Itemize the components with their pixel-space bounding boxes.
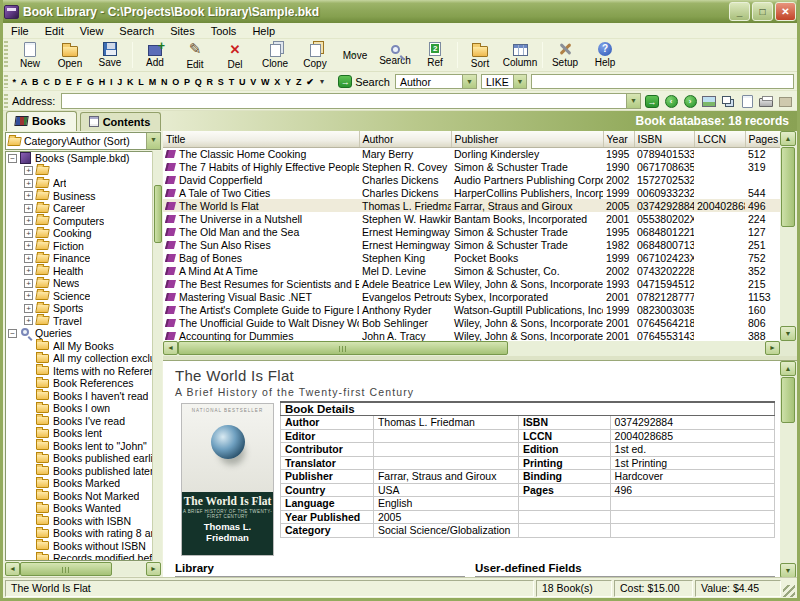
menu-help[interactable]: Help <box>244 25 283 37</box>
menu-view[interactable]: View <box>72 25 112 37</box>
tree-item-books-without-isbn[interactable]: Books without ISBN <box>6 540 160 553</box>
tree-vertical-scrollbar[interactable] <box>152 151 162 561</box>
chevron-down-icon[interactable]: ▼ <box>462 75 476 88</box>
alphabet-letter-v[interactable]: V <box>248 77 259 87</box>
image-view-button[interactable] <box>701 94 717 109</box>
alphabet-letter-x[interactable]: X <box>272 77 283 87</box>
scroll-down-button[interactable]: ▼ <box>780 563 796 577</box>
tree-item-books-i-own[interactable]: Books I own <box>6 402 160 415</box>
tree-item-books-i-haven-t-read[interactable]: Books I haven't read <box>6 390 160 403</box>
alphabet-letter-e[interactable]: E <box>63 77 74 87</box>
scrollbar-track[interactable] <box>178 341 765 356</box>
tree-item-health[interactable]: +Health <box>6 265 160 278</box>
sort-combo[interactable]: Category\Author (Sort) ▼ <box>5 132 161 150</box>
alphabet-letter-k[interactable]: K <box>125 77 136 87</box>
tree-item-books-i-ve-read[interactable]: Books I've read <box>6 415 160 428</box>
scrollbar-track[interactable] <box>20 562 146 576</box>
collapse-expander-icon[interactable]: − <box>8 154 17 163</box>
tree-item-books-wanted[interactable]: Books Wanted <box>6 502 160 515</box>
tree-item-books-marked[interactable]: Books Marked <box>6 477 160 490</box>
report-button[interactable] <box>739 94 755 109</box>
expand-expander-icon[interactable]: + <box>24 229 33 238</box>
expand-expander-icon[interactable]: + <box>24 191 33 200</box>
back-button[interactable]: ‹ <box>663 94 679 109</box>
toolbar-grip[interactable] <box>4 41 8 69</box>
search-field-select[interactable]: Author ▼ <box>395 74 477 89</box>
table-row[interactable]: Mastering Visual Basic .NETEvangelos Pet… <box>163 290 780 303</box>
column-header-year[interactable]: Year <box>603 131 634 147</box>
alphabet-more-button[interactable]: ▾ <box>316 77 328 86</box>
tree-item-science[interactable]: +Science <box>6 290 160 303</box>
search-button[interactable]: Search <box>375 39 415 71</box>
menu-search[interactable]: Search <box>111 25 162 37</box>
tree-item-career[interactable]: +Career <box>6 202 160 215</box>
table-horizontal-scrollbar[interactable]: ◄ ► <box>163 341 780 356</box>
table-row[interactable]: Bag of BonesStephen KingPocket Books1999… <box>163 251 780 264</box>
tree-item-fiction[interactable]: +Fiction <box>6 240 160 253</box>
scroll-left-button[interactable]: ◄ <box>5 562 20 576</box>
table-row[interactable]: The Universe in a NutshellStephen W. Haw… <box>163 212 780 225</box>
tree-item-business[interactable]: +Business <box>6 190 160 203</box>
scroll-right-button[interactable]: ► <box>146 562 161 576</box>
column-button[interactable]: Column <box>500 39 540 71</box>
scrollbar-thumb[interactable] <box>781 377 795 423</box>
scroll-down-button[interactable]: ▼ <box>780 326 796 341</box>
table-row[interactable]: The Classic Home CookingMary BerryDorlin… <box>163 147 780 160</box>
tree-item-books-sample-bkd[interactable]: −Books (Sample.bkd) <box>6 152 160 165</box>
expand-expander-icon[interactable]: + <box>24 266 33 275</box>
tree-horizontal-scrollbar[interactable]: ◄ ► <box>5 562 161 576</box>
address-go-button[interactable]: → <box>644 94 660 109</box>
column-header-lccn[interactable]: LCCN <box>694 131 745 147</box>
tree-item-travel[interactable]: +Travel <box>6 315 160 328</box>
alphabet-letter-i[interactable]: I <box>108 77 115 87</box>
alphabet-letter-check[interactable]: ✔ <box>304 77 316 87</box>
table-row[interactable]: The Best Resumes for Scientists and Engi… <box>163 277 780 290</box>
alphabet-letter-g[interactable]: G <box>85 77 97 87</box>
scroll-right-button[interactable]: ► <box>765 341 780 355</box>
table-row[interactable]: The Artist's Complete Guide to Figure Dr… <box>163 303 780 316</box>
search-operator-select[interactable]: LIKE ▼ <box>481 74 527 89</box>
tree-item-book-references[interactable]: Book References <box>6 377 160 390</box>
expand-expander-icon[interactable]: + <box>24 254 33 263</box>
alphabet-letter-n[interactable]: N <box>159 77 170 87</box>
add-button[interactable]: Add <box>135 39 175 71</box>
new-button[interactable]: New <box>10 39 50 71</box>
scrollbar-thumb[interactable] <box>178 341 508 355</box>
table-vertical-scrollbar[interactable]: ▲ ▼ <box>780 131 797 341</box>
windows-view-button[interactable] <box>720 94 736 109</box>
table-row[interactable]: A Tale of Two CitiesCharles DickensHarpe… <box>163 186 780 199</box>
clone-button[interactable]: Clone <box>255 39 295 71</box>
alphabet-letter-f[interactable]: F <box>74 77 84 87</box>
setup-button[interactable]: Setup <box>545 39 585 71</box>
menu-edit[interactable]: Edit <box>37 25 72 37</box>
edit-button[interactable]: Edit <box>175 39 215 71</box>
addressbar-grip[interactable] <box>4 94 8 108</box>
tree-item-all-my-collection-exclude-boo[interactable]: All my collection exclude boo <box>6 352 160 365</box>
tree-item-cooking[interactable]: +Cooking <box>6 227 160 240</box>
alphabet-letter-l[interactable]: L <box>136 77 146 87</box>
details-vertical-scrollbar[interactable]: ▲ ▼ <box>780 361 797 577</box>
alphabet-letter-t[interactable]: T <box>226 77 236 87</box>
help-button[interactable]: Help <box>585 39 625 71</box>
expand-expander-icon[interactable]: + <box>24 291 33 300</box>
expand-expander-icon[interactable]: + <box>24 316 33 325</box>
tree-item-books-lent-to-john[interactable]: Books lent to "John" <box>6 440 160 453</box>
tree-item-books-published-later-than-1[interactable]: Books published later than 1 <box>6 465 160 478</box>
expand-expander-icon[interactable]: + <box>24 166 33 175</box>
table-row[interactable]: The Old Man and the SeaErnest HemingwayS… <box>163 225 780 238</box>
table-row[interactable]: A Mind At A TimeMel D. LevineSimon & Sch… <box>163 264 780 277</box>
alphabet-letter-y[interactable]: Y <box>283 77 294 87</box>
print-button[interactable] <box>758 94 774 109</box>
alphabet-letter-all[interactable]: * <box>10 77 18 87</box>
expand-expander-icon[interactable]: + <box>24 216 33 225</box>
tree-item-items-with-no-reference-no[interactable]: Items with no Reference No <box>6 365 160 378</box>
column-header-isbn[interactable]: ISBN <box>634 131 694 147</box>
tree-item-art[interactable]: +Art <box>6 177 160 190</box>
open-button[interactable]: Open <box>50 39 90 71</box>
scroll-up-button[interactable]: ▲ <box>780 361 796 376</box>
maximize-button[interactable]: □ <box>752 2 773 21</box>
tree-item-news[interactable]: +News <box>6 277 160 290</box>
ref-button[interactable]: Ref <box>415 39 455 71</box>
copy-button[interactable]: Copy <box>295 39 335 71</box>
alphabet-letter-o[interactable]: O <box>170 77 182 87</box>
